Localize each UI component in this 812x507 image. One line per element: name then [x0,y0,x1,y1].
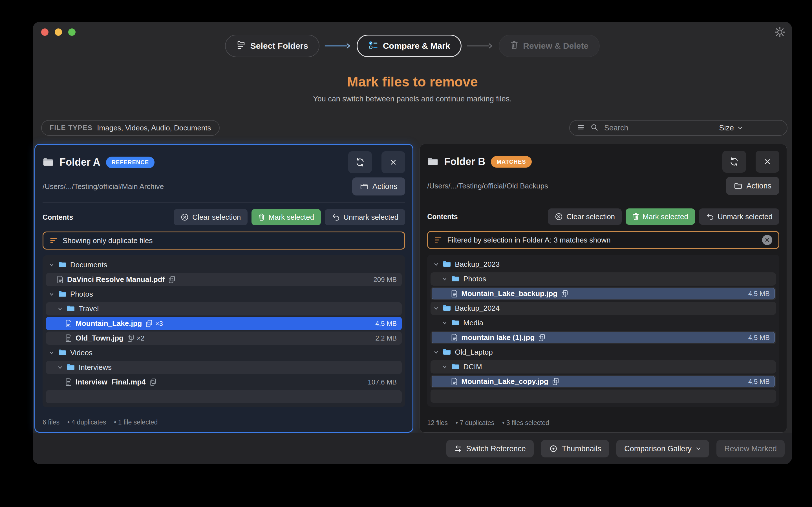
copy-icon [561,290,568,297]
tree-folder-row[interactable]: Travel [46,302,402,316]
comparison-gallery-button[interactable]: Comparison Gallery [616,440,709,457]
panel-b-footer: 12 files • 7 duplicates • 3 files select… [427,419,779,427]
stepper-arrow-done [324,42,352,50]
tree-folder-row[interactable]: Backup_2024 [430,302,776,315]
undo-icon [332,213,340,221]
close-panel-button[interactable] [382,151,405,173]
mark-selected-button[interactable]: Mark selected [626,209,695,225]
filter-lines-icon[interactable] [577,124,585,132]
file-icon [66,320,72,327]
reference-badge: REFERENCE [106,157,154,168]
chevron-down-icon [434,262,439,267]
folder-icon [66,363,75,372]
page-title: Mark files to remove [33,74,792,90]
tree-file-row[interactable]: mountain lake (1).jpg4,5 MB [430,331,776,344]
notice-text: Showing only duplicate files [63,236,153,245]
chevron-down-icon [442,364,448,370]
file-types-pill[interactable]: FILE TYPES Images, Videos, Audio, Docume… [41,120,220,136]
folder-icon [427,157,439,167]
step-label: Compare & Mark [383,41,450,51]
tree-file-row[interactable]: Old_Town.jpg×22,2 MB [46,332,402,345]
refresh-button[interactable] [722,151,746,173]
unmark-selected-button[interactable]: Unmark selected [699,209,779,225]
refresh-button[interactable] [348,151,372,173]
chevron-down-icon [49,291,54,297]
file-icon [66,334,72,342]
switch-reference-label: Switch Reference [466,445,526,453]
close-window-button[interactable] [41,29,49,36]
review-marked-label: Review Marked [724,445,777,453]
step-review-delete: Review & Delete [499,35,600,57]
actions-label: Actions [372,182,398,191]
bottom-action-bar: Switch Reference Thumbnails Comparison G… [33,433,792,464]
files-count: 6 files [43,418,59,426]
sort-by-size-dropdown[interactable]: Size [719,124,779,132]
file-name: mountain lake (1).jpg [461,333,535,342]
file-tree: DocumentsDaVinci Resolve Manual.pdf209 M… [43,255,405,407]
clear-selection-button[interactable]: Clear selection [548,209,622,225]
panel-b-header: Folder B MATCHES [427,151,779,173]
minimize-window-button[interactable] [55,29,62,36]
page-subtitle: You can switch between panels and contin… [33,94,792,103]
zoom-window-button[interactable] [68,29,75,36]
wizard-stepper: Select Folders Compare & Mark [33,22,792,57]
tree-folder-row[interactable]: Photos [430,272,776,286]
panel-title: Folder A [59,156,100,168]
tree-folder-row[interactable]: Videos [46,346,402,359]
gear-icon [774,34,786,39]
settings-button[interactable] [774,26,786,39]
folder-name: Photos [463,275,486,283]
dismiss-filter-button[interactable] [762,235,772,245]
folder-name: Media [463,319,483,327]
tree-file-row[interactable]: Interview_Final.mp4107,6 MB [46,376,402,389]
mark-selected-label: Mark selected [643,212,688,221]
tree-file-row[interactable]: Mountain_Lake.jpg×34,5 MB [46,317,402,330]
file-types-label: FILE TYPES [50,124,93,132]
panel-b-toolbar: Contents Clear selection Mark selected U… [427,202,779,225]
copy-icon [127,334,134,342]
folder-icon [451,319,460,327]
trash-icon [632,213,639,221]
unmark-selected-button[interactable]: Unmark selected [325,209,405,225]
copy-icon [168,276,175,283]
tree-file-row[interactable]: Mountain_Lake_copy.jpg4,5 MB [430,375,776,388]
step-select-folders[interactable]: Select Folders [225,35,319,57]
chevron-down-icon [49,262,54,268]
tree-file-row[interactable]: Mountain_Lake_backup.jpg4,5 MB [430,287,776,300]
tree-folder-row[interactable]: Photos [46,288,402,301]
actions-button[interactable]: Actions [352,177,405,195]
folder-icon [443,260,451,269]
folder-path: /Users/.../Testing/official/Old Backups [427,182,548,190]
folder-icon [451,275,460,283]
step-compare-mark[interactable]: Compare & Mark [357,35,462,57]
tree-folder-row[interactable]: Documents [46,258,402,272]
tree-folder-row[interactable]: Old_Laptop [430,346,776,359]
copy-icon [149,378,156,386]
checklist-icon [368,40,378,52]
clear-selection-button[interactable]: Clear selection [174,209,248,225]
file-icon [451,378,458,385]
tree-folder-row[interactable]: Interviews [46,361,402,374]
file-types-value: Images, Videos, Audio, Documents [97,124,211,132]
filter-icon [434,237,442,243]
tree-folder-row[interactable]: Backup_2023 [430,258,776,271]
folder-name: Documents [70,261,107,269]
duplicate-count: ×3 [155,320,163,328]
folder-icon [66,305,75,313]
file-name: Old_Town.jpg [75,334,123,342]
search-input[interactable] [604,124,707,132]
comparison-gallery-label: Comparison Gallery [624,445,692,453]
file-size: 4,5 MB [748,290,770,298]
close-panel-button[interactable] [756,151,779,173]
tree-folder-row[interactable]: DCIM [430,360,776,374]
close-icon [389,158,398,166]
thumbnails-button[interactable]: Thumbnails [541,440,609,457]
switch-reference-button[interactable]: Switch Reference [446,440,534,457]
actions-button[interactable]: Actions [726,177,779,195]
mark-selected-button[interactable]: Mark selected [252,209,321,225]
app-window: Select Folders Compare & Mark [33,22,792,464]
tree-file-row[interactable]: DaVinci Resolve Manual.pdf209 MB [46,273,402,286]
duplicate-count: ×2 [137,334,144,342]
file-icon [451,290,458,297]
tree-folder-row[interactable]: Media [430,316,776,330]
